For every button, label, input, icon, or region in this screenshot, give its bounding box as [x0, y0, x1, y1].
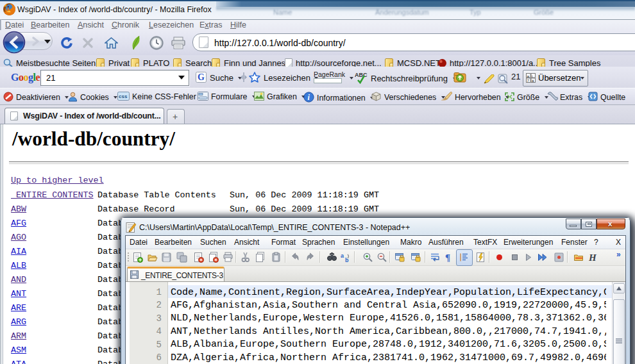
svg-text:a: a: [341, 252, 344, 259]
svg-text:¶: ¶: [445, 252, 450, 263]
svg-text:css: css: [119, 94, 128, 99]
svg-text:H: H: [588, 252, 597, 263]
svg-text:ABC: ABC: [355, 72, 368, 78]
svg-text:G: G: [198, 72, 205, 82]
